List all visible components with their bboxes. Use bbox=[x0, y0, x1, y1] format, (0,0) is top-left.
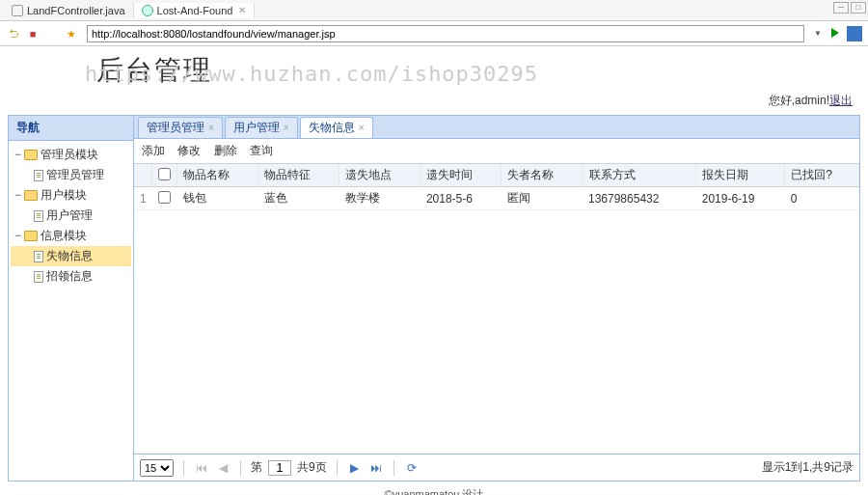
folder-icon bbox=[24, 150, 38, 160]
grid-header-row: 物品名称 物品特征 遗失地点 遗失时间 失者名称 联系方式 报失日期 已找回? bbox=[134, 164, 859, 187]
cell-name: 钱包 bbox=[177, 187, 258, 210]
page-icon bbox=[34, 251, 43, 262]
first-page-button[interactable]: ⏮ bbox=[194, 460, 209, 476]
tab-lost-info[interactable]: 失物信息× bbox=[300, 117, 373, 138]
welcome-user: admin bbox=[795, 94, 827, 107]
prev-page-button[interactable]: ◀ bbox=[215, 460, 231, 476]
collapse-icon[interactable]: − bbox=[14, 229, 24, 242]
close-icon[interactable]: × bbox=[208, 123, 214, 133]
browser-toolbar: ⮌ ■ ★ ▼ bbox=[0, 21, 868, 46]
url-input[interactable] bbox=[87, 25, 804, 42]
tree-label: 用户模块 bbox=[41, 188, 87, 202]
tree-node-admin-module[interactable]: −管理员模块 bbox=[11, 145, 131, 165]
separator bbox=[393, 460, 394, 476]
cell-rownum: 1 bbox=[134, 187, 152, 210]
close-icon[interactable]: × bbox=[359, 123, 365, 133]
page-size-select[interactable]: 15 bbox=[140, 459, 174, 477]
data-grid: 物品名称 物品特征 遗失地点 遗失时间 失者名称 联系方式 报失日期 已找回? bbox=[134, 164, 859, 454]
editor-tab-label: LandFController.java bbox=[27, 5, 125, 16]
page-icon bbox=[34, 170, 43, 181]
tree-label: 信息模块 bbox=[41, 229, 87, 242]
col-place[interactable]: 遗失地点 bbox=[339, 164, 420, 187]
tree-label: 招领信息 bbox=[46, 269, 93, 283]
editor-tab-strip: LandFController.java Lost-And-Found ✕ ─ … bbox=[0, 0, 868, 21]
col-select-all[interactable] bbox=[152, 164, 177, 187]
separator bbox=[183, 460, 184, 476]
go-button[interactable] bbox=[827, 26, 843, 41]
tree-node-user-module[interactable]: −用户模块 bbox=[11, 185, 131, 206]
cell-lost-time: 2018-5-6 bbox=[420, 187, 502, 210]
editor-tab-browser[interactable]: Lost-And-Found ✕ bbox=[134, 3, 256, 18]
col-report-date[interactable]: 报失日期 bbox=[696, 164, 785, 187]
globe-icon bbox=[142, 5, 153, 16]
folder-icon bbox=[24, 190, 38, 201]
logout-link[interactable]: 退出 bbox=[829, 94, 853, 107]
footer-text: ©yuanmamatou 设计 bbox=[0, 481, 868, 495]
collapse-icon[interactable]: − bbox=[14, 148, 24, 161]
url-dropdown-button[interactable]: ▼ bbox=[812, 26, 824, 41]
content-panel: 管理员管理× 用户管理× 失物信息× 添加 修改 删除 查询 物品名称 bbox=[134, 116, 859, 481]
cell-report-date: 2019-6-19 bbox=[696, 187, 785, 210]
maximize-button[interactable]: □ bbox=[851, 2, 866, 14]
delete-button[interactable]: 删除 bbox=[214, 144, 237, 157]
nav-title: 导航 bbox=[9, 116, 133, 141]
folder-icon bbox=[24, 231, 38, 241]
col-found[interactable]: 已找回? bbox=[785, 164, 859, 187]
page-icon bbox=[34, 210, 43, 222]
tab-label: 用户管理 bbox=[233, 121, 280, 134]
page-number-input[interactable] bbox=[268, 460, 291, 476]
close-icon[interactable]: ✕ bbox=[238, 5, 246, 15]
tree-label: 管理员模块 bbox=[41, 148, 98, 161]
add-button[interactable]: 添加 bbox=[142, 144, 165, 157]
col-name[interactable]: 物品名称 bbox=[177, 164, 258, 187]
col-contact[interactable]: 联系方式 bbox=[583, 164, 696, 187]
row-checkbox[interactable] bbox=[158, 191, 171, 204]
tree-node-info-module[interactable]: −信息模块 bbox=[11, 226, 131, 246]
page-title: 后台管理 bbox=[0, 46, 868, 89]
minimize-button[interactable]: ─ bbox=[833, 2, 849, 14]
stop-button[interactable]: ■ bbox=[25, 26, 41, 41]
col-lost-time[interactable]: 遗失时间 bbox=[420, 164, 502, 187]
col-rownum bbox=[134, 164, 152, 187]
tab-user-manage[interactable]: 用户管理× bbox=[225, 117, 298, 138]
tree-node-user-manage[interactable]: 用户管理 bbox=[11, 206, 131, 226]
cell-place: 教学楼 bbox=[339, 187, 420, 210]
select-all-checkbox[interactable] bbox=[158, 168, 171, 180]
pager: 15 ⏮ ◀ 第 共9页 ▶ ⏭ ⟳ 显示1到1,共9记录 bbox=[134, 454, 859, 481]
editor-tab-java[interactable]: LandFController.java bbox=[4, 3, 134, 18]
tab-admin-manage[interactable]: 管理员管理× bbox=[138, 117, 223, 138]
nav-tree: −管理员模块 管理员管理 −用户模块 用户管理 −信息模块 失物信息 招领信息 bbox=[9, 141, 133, 481]
cell-checkbox[interactable] bbox=[152, 187, 177, 210]
favorite-button[interactable]: ★ bbox=[64, 26, 79, 41]
cell-feature: 蓝色 bbox=[258, 187, 339, 210]
close-icon[interactable]: × bbox=[284, 123, 289, 133]
back-button[interactable]: ⮌ bbox=[6, 26, 21, 41]
nav-panel: 导航 −管理员模块 管理员管理 −用户模块 用户管理 −信息模块 失物信息 招领… bbox=[9, 116, 134, 481]
tree-label: 用户管理 bbox=[46, 208, 93, 222]
query-button[interactable]: 查询 bbox=[250, 144, 273, 157]
window-controls: ─ □ bbox=[833, 2, 866, 14]
pager-display-text: 显示1到1,共9记录 bbox=[762, 459, 854, 476]
refresh-page-button[interactable]: ⟳ bbox=[404, 460, 420, 476]
content-tab-strip: 管理员管理× 用户管理× 失物信息× bbox=[134, 116, 859, 139]
col-feature[interactable]: 物品特征 bbox=[258, 164, 339, 187]
refresh-button[interactable] bbox=[44, 26, 60, 41]
java-file-icon bbox=[12, 5, 23, 16]
tree-node-lost-info[interactable]: 失物信息 bbox=[11, 246, 131, 266]
tree-label: 管理员管理 bbox=[46, 168, 104, 181]
table-row[interactable]: 1 钱包 蓝色 教学楼 2018-5-6 匿闻 13679865432 2019… bbox=[134, 187, 859, 210]
tab-label: 失物信息 bbox=[309, 121, 355, 134]
col-loser[interactable]: 失者名称 bbox=[502, 164, 583, 187]
page-label-pre: 第 bbox=[251, 459, 262, 476]
separator bbox=[240, 460, 241, 476]
collapse-icon[interactable]: − bbox=[14, 188, 24, 202]
app-icon[interactable] bbox=[847, 26, 862, 41]
last-page-button[interactable]: ⏭ bbox=[368, 460, 384, 476]
next-page-button[interactable]: ▶ bbox=[347, 460, 363, 476]
edit-button[interactable]: 修改 bbox=[177, 144, 201, 157]
tree-node-admin-manage[interactable]: 管理员管理 bbox=[11, 165, 131, 185]
page-icon bbox=[34, 271, 43, 283]
tree-label: 失物信息 bbox=[46, 249, 93, 262]
cell-loser: 匿闻 bbox=[502, 187, 583, 210]
tree-node-found-info[interactable]: 招领信息 bbox=[11, 266, 131, 287]
